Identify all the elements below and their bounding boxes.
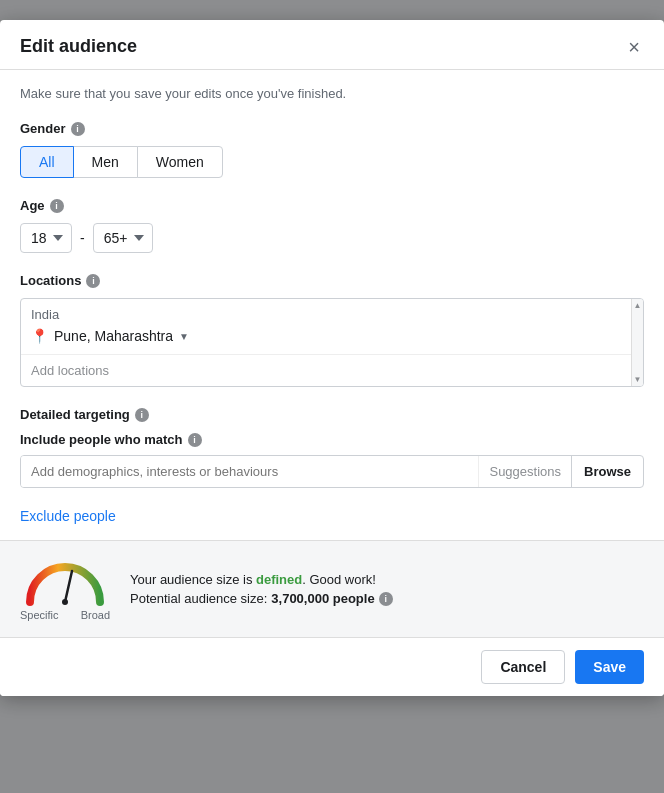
include-info-icon[interactable]: i bbox=[188, 433, 202, 447]
locations-scrollbar[interactable]: ▲ ▼ bbox=[631, 299, 643, 386]
add-locations-field[interactable]: Add locations bbox=[21, 354, 643, 386]
gender-info-icon[interactable]: i bbox=[71, 122, 85, 136]
save-button[interactable]: Save bbox=[575, 650, 644, 684]
age-row: 18 1314151617 19202530 35404550 556065 -… bbox=[20, 223, 644, 253]
location-name: Pune, Maharashtra bbox=[54, 328, 173, 344]
status-prefix: Your audience size is bbox=[130, 572, 256, 587]
targeting-input-box: Suggestions Browse bbox=[20, 455, 644, 488]
suggestions-button[interactable]: Suggestions bbox=[478, 456, 571, 487]
scroll-down-arrow[interactable]: ▼ bbox=[634, 373, 642, 386]
modal-header: Edit audience × bbox=[0, 20, 664, 70]
close-button[interactable]: × bbox=[624, 37, 644, 57]
potential-info-icon[interactable]: i bbox=[379, 592, 393, 606]
bottom-bar: Specific Broad Your audience size is def… bbox=[0, 540, 664, 696]
detailed-targeting-section: Detailed targeting i Include people who … bbox=[20, 407, 644, 488]
age-label: Age bbox=[20, 198, 45, 213]
location-country: India bbox=[31, 307, 613, 322]
svg-point-1 bbox=[62, 599, 68, 605]
locations-info-icon[interactable]: i bbox=[86, 274, 100, 288]
footer-buttons: Cancel Save bbox=[0, 638, 664, 696]
gender-women-button[interactable]: Women bbox=[137, 146, 223, 178]
include-label: Include people who match i bbox=[20, 432, 644, 447]
audience-size-text: Your audience size is defined. Good work… bbox=[130, 572, 644, 587]
modal-title: Edit audience bbox=[20, 36, 137, 57]
defined-badge: defined bbox=[256, 572, 302, 587]
gender-all-button[interactable]: All bbox=[20, 146, 74, 178]
age-separator: - bbox=[80, 230, 85, 246]
locations-box: India 📍 Pune, Maharashtra ▼ ▲ ▼ Add loca… bbox=[20, 298, 644, 387]
age-info-icon[interactable]: i bbox=[50, 199, 64, 213]
location-item: 📍 Pune, Maharashtra ▼ bbox=[31, 326, 613, 346]
potential-size: 3,700,000 people bbox=[271, 591, 374, 606]
gender-men-button[interactable]: Men bbox=[73, 146, 138, 178]
gender-buttons: All Men Women bbox=[20, 146, 644, 178]
scroll-up-arrow[interactable]: ▲ bbox=[634, 299, 642, 312]
include-label-text: Include people who match bbox=[20, 432, 183, 447]
exclude-people-link[interactable]: Exclude people bbox=[20, 508, 116, 524]
status-suffix: . Good work! bbox=[302, 572, 376, 587]
potential-prefix: Potential audience size: bbox=[130, 591, 267, 606]
gauge-svg bbox=[20, 557, 110, 607]
targeting-input[interactable] bbox=[21, 456, 478, 487]
gender-section-label: Gender i bbox=[20, 121, 644, 136]
potential-text: Potential audience size: 3,700,000 peopl… bbox=[130, 591, 644, 606]
browse-button[interactable]: Browse bbox=[571, 456, 643, 487]
edit-audience-modal: Edit audience × Make sure that you save … bbox=[0, 20, 664, 696]
location-pin-icon: 📍 bbox=[31, 328, 48, 344]
detailed-targeting-text: Detailed targeting bbox=[20, 407, 130, 422]
detailed-targeting-label: Detailed targeting i bbox=[20, 407, 644, 422]
locations-scroll: India 📍 Pune, Maharashtra ▼ bbox=[21, 299, 643, 354]
broad-label: Broad bbox=[81, 609, 110, 621]
age-max-select[interactable]: 65+ 18202530 35404550 556065 bbox=[93, 223, 153, 253]
audience-meter-row: Specific Broad Your audience size is def… bbox=[0, 541, 664, 638]
detailed-targeting-info-icon[interactable]: i bbox=[135, 408, 149, 422]
modal-body: Make sure that you save your edits once … bbox=[0, 70, 664, 540]
gender-label: Gender bbox=[20, 121, 66, 136]
specific-label: Specific bbox=[20, 609, 59, 621]
svg-line-0 bbox=[65, 571, 72, 602]
gauge-container: Specific Broad bbox=[20, 557, 110, 621]
age-min-select[interactable]: 18 1314151617 19202530 35404550 556065 bbox=[20, 223, 72, 253]
audience-info: Your audience size is defined. Good work… bbox=[130, 572, 644, 606]
age-section-label: Age i bbox=[20, 198, 644, 213]
location-chevron-icon[interactable]: ▼ bbox=[179, 331, 189, 342]
cancel-button[interactable]: Cancel bbox=[481, 650, 565, 684]
locations-label: Locations bbox=[20, 273, 81, 288]
subtitle: Make sure that you save your edits once … bbox=[20, 86, 644, 101]
locations-section-label: Locations i bbox=[20, 273, 644, 288]
gauge-labels: Specific Broad bbox=[20, 609, 110, 621]
